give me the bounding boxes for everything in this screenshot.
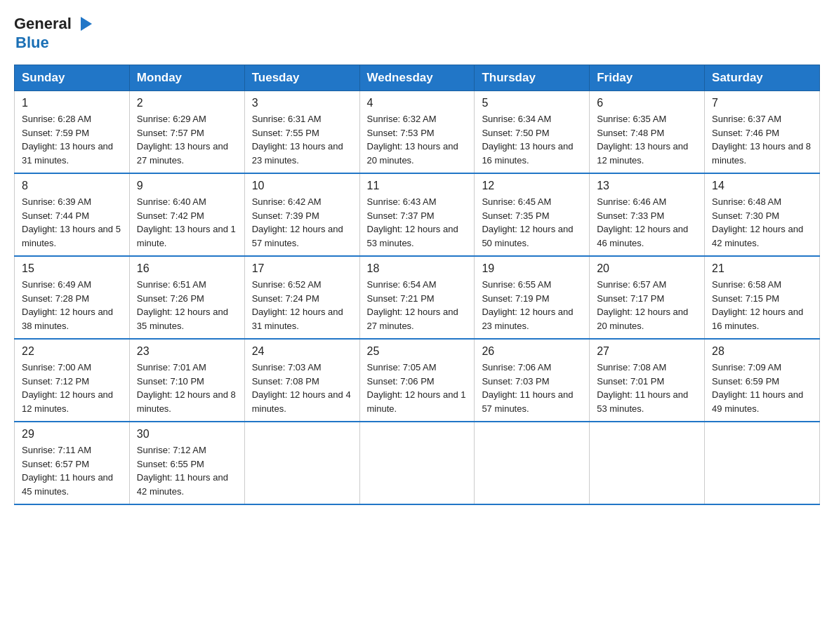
day-number: 9 [137, 180, 237, 192]
weekday-header-friday: Friday [590, 65, 705, 91]
day-info: Sunrise: 6:46 AMSunset: 7:33 PMDaylight:… [597, 195, 697, 250]
calendar-cell: 7Sunrise: 6:37 AMSunset: 7:46 PMDaylight… [705, 91, 820, 174]
weekday-header-wednesday: Wednesday [359, 65, 475, 91]
calendar-cell [244, 422, 359, 504]
day-number: 8 [22, 180, 122, 192]
calendar-cell: 6Sunrise: 6:35 AMSunset: 7:48 PMDaylight… [590, 91, 705, 174]
calendar-week-row: 22Sunrise: 7:00 AMSunset: 7:12 PMDayligh… [15, 339, 820, 422]
day-number: 29 [22, 428, 122, 441]
calendar-cell [590, 422, 705, 504]
day-info: Sunrise: 6:29 AMSunset: 7:57 PMDaylight:… [137, 112, 237, 167]
day-info: Sunrise: 6:58 AMSunset: 7:15 PMDaylight:… [712, 278, 812, 333]
day-number: 17 [252, 262, 352, 275]
calendar-cell: 4Sunrise: 6:32 AMSunset: 7:53 PMDaylight… [359, 91, 475, 174]
day-number: 10 [252, 180, 352, 192]
day-info: Sunrise: 6:57 AMSunset: 7:17 PMDaylight:… [597, 278, 697, 333]
day-info: Sunrise: 6:52 AMSunset: 7:24 PMDaylight:… [252, 278, 352, 333]
calendar-cell: 27Sunrise: 7:08 AMSunset: 7:01 PMDayligh… [590, 339, 705, 422]
day-number: 28 [712, 345, 812, 358]
day-number: 19 [482, 262, 582, 275]
day-info: Sunrise: 6:54 AMSunset: 7:21 PMDaylight:… [367, 278, 468, 333]
calendar-week-row: 1Sunrise: 6:28 AMSunset: 7:59 PMDaylight… [15, 91, 820, 174]
day-info: Sunrise: 6:48 AMSunset: 7:30 PMDaylight:… [712, 195, 812, 250]
day-info: Sunrise: 6:45 AMSunset: 7:35 PMDaylight:… [482, 195, 582, 250]
calendar-cell: 13Sunrise: 6:46 AMSunset: 7:33 PMDayligh… [590, 173, 705, 256]
day-info: Sunrise: 6:34 AMSunset: 7:50 PMDaylight:… [482, 112, 582, 167]
calendar-cell [705, 422, 820, 504]
day-info: Sunrise: 6:43 AMSunset: 7:37 PMDaylight:… [367, 195, 468, 250]
weekday-header-saturday: Saturday [705, 65, 820, 91]
calendar-cell: 25Sunrise: 7:05 AMSunset: 7:06 PMDayligh… [359, 339, 475, 422]
day-number: 14 [712, 180, 812, 192]
weekday-header-row: SundayMondayTuesdayWednesdayThursdayFrid… [15, 65, 820, 91]
day-info: Sunrise: 7:11 AMSunset: 6:57 PMDaylight:… [22, 443, 122, 498]
calendar-cell: 22Sunrise: 7:00 AMSunset: 7:12 PMDayligh… [15, 339, 130, 422]
calendar-cell [475, 422, 590, 504]
calendar-cell: 20Sunrise: 6:57 AMSunset: 7:17 PMDayligh… [590, 256, 705, 339]
logo-blue-text: Blue [14, 34, 49, 52]
calendar-week-row: 15Sunrise: 6:49 AMSunset: 7:28 PMDayligh… [15, 256, 820, 339]
day-number: 13 [597, 180, 697, 192]
calendar-cell: 23Sunrise: 7:01 AMSunset: 7:10 PMDayligh… [129, 339, 244, 422]
day-info: Sunrise: 6:39 AMSunset: 7:44 PMDaylight:… [22, 195, 122, 250]
day-number: 4 [367, 97, 468, 109]
day-info: Sunrise: 6:51 AMSunset: 7:26 PMDaylight:… [137, 278, 237, 333]
calendar-table: SundayMondayTuesdayWednesdayThursdayFrid… [14, 65, 820, 505]
calendar-cell: 10Sunrise: 6:42 AMSunset: 7:39 PMDayligh… [244, 173, 359, 256]
calendar-cell: 1Sunrise: 6:28 AMSunset: 7:59 PMDaylight… [15, 91, 130, 174]
calendar-week-row: 29Sunrise: 7:11 AMSunset: 6:57 PMDayligh… [15, 422, 820, 504]
calendar-cell: 21Sunrise: 6:58 AMSunset: 7:15 PMDayligh… [705, 256, 820, 339]
day-number: 16 [137, 262, 237, 275]
day-number: 24 [252, 345, 352, 358]
logo-general-text: General [14, 15, 72, 33]
day-number: 3 [252, 97, 352, 109]
calendar-cell: 14Sunrise: 6:48 AMSunset: 7:30 PMDayligh… [705, 173, 820, 256]
day-number: 25 [367, 345, 468, 358]
calendar-week-row: 8Sunrise: 6:39 AMSunset: 7:44 PMDaylight… [15, 173, 820, 256]
calendar-cell: 19Sunrise: 6:55 AMSunset: 7:19 PMDayligh… [475, 256, 590, 339]
day-info: Sunrise: 6:55 AMSunset: 7:19 PMDaylight:… [482, 278, 582, 333]
day-number: 6 [597, 97, 697, 109]
day-info: Sunrise: 7:08 AMSunset: 7:01 PMDaylight:… [597, 361, 697, 415]
day-number: 5 [482, 97, 582, 109]
svg-marker-0 [81, 17, 92, 31]
day-info: Sunrise: 6:40 AMSunset: 7:42 PMDaylight:… [137, 195, 237, 250]
page-header: General Blue [14, 14, 820, 52]
calendar-cell: 17Sunrise: 6:52 AMSunset: 7:24 PMDayligh… [244, 256, 359, 339]
day-info: Sunrise: 6:32 AMSunset: 7:53 PMDaylight:… [367, 112, 468, 167]
day-number: 26 [482, 345, 582, 358]
calendar-cell: 18Sunrise: 6:54 AMSunset: 7:21 PMDayligh… [359, 256, 475, 339]
day-info: Sunrise: 6:37 AMSunset: 7:46 PMDaylight:… [712, 112, 812, 167]
day-number: 15 [22, 262, 122, 275]
day-info: Sunrise: 6:28 AMSunset: 7:59 PMDaylight:… [22, 112, 122, 167]
calendar-cell: 11Sunrise: 6:43 AMSunset: 7:37 PMDayligh… [359, 173, 475, 256]
calendar-cell: 12Sunrise: 6:45 AMSunset: 7:35 PMDayligh… [475, 173, 590, 256]
day-number: 21 [712, 262, 812, 275]
day-info: Sunrise: 7:05 AMSunset: 7:06 PMDaylight:… [367, 361, 468, 415]
day-number: 30 [137, 428, 237, 441]
calendar-cell: 30Sunrise: 7:12 AMSunset: 6:55 PMDayligh… [129, 422, 244, 504]
day-info: Sunrise: 6:42 AMSunset: 7:39 PMDaylight:… [252, 195, 352, 250]
calendar-cell: 3Sunrise: 6:31 AMSunset: 7:55 PMDaylight… [244, 91, 359, 174]
day-number: 1 [22, 97, 122, 109]
calendar-cell: 15Sunrise: 6:49 AMSunset: 7:28 PMDayligh… [15, 256, 130, 339]
calendar-header: SundayMondayTuesdayWednesdayThursdayFrid… [15, 65, 820, 91]
day-number: 22 [22, 345, 122, 358]
calendar-cell: 26Sunrise: 7:06 AMSunset: 7:03 PMDayligh… [475, 339, 590, 422]
logo-icon [74, 14, 93, 34]
weekday-header-tuesday: Tuesday [244, 65, 359, 91]
day-number: 11 [367, 180, 468, 192]
calendar-cell: 24Sunrise: 7:03 AMSunset: 7:08 PMDayligh… [244, 339, 359, 422]
day-number: 23 [137, 345, 237, 358]
weekday-header-sunday: Sunday [15, 65, 130, 91]
day-number: 20 [597, 262, 697, 275]
day-info: Sunrise: 6:35 AMSunset: 7:48 PMDaylight:… [597, 112, 697, 167]
day-number: 7 [712, 97, 812, 109]
calendar-cell [359, 422, 475, 504]
calendar-cell: 29Sunrise: 7:11 AMSunset: 6:57 PMDayligh… [15, 422, 130, 504]
calendar-cell: 28Sunrise: 7:09 AMSunset: 6:59 PMDayligh… [705, 339, 820, 422]
calendar-cell: 9Sunrise: 6:40 AMSunset: 7:42 PMDaylight… [129, 173, 244, 256]
weekday-header-monday: Monday [129, 65, 244, 91]
calendar-cell: 16Sunrise: 6:51 AMSunset: 7:26 PMDayligh… [129, 256, 244, 339]
day-info: Sunrise: 6:31 AMSunset: 7:55 PMDaylight:… [252, 112, 352, 167]
